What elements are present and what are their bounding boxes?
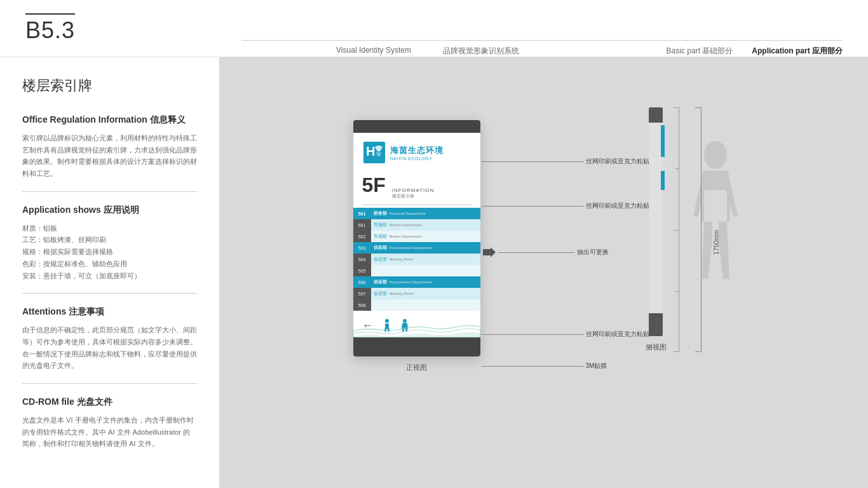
application-part: Application part 应用部分	[752, 46, 843, 57]
room-name-cn: 财务部	[371, 210, 390, 217]
room-name-cn: 供应部	[371, 245, 390, 251]
divider-1	[22, 191, 197, 192]
logo-cn: 海茵生态环境	[390, 145, 444, 156]
logo-icon: H	[363, 142, 385, 163]
room-number: 504	[353, 254, 371, 265]
side-sign-body	[649, 107, 663, 336]
divider-3	[22, 383, 197, 384]
arrow-right-icon	[483, 246, 496, 259]
nav-visual-identity: Visual Identity System	[336, 46, 411, 57]
annotation-text-3: 抽出可更换	[577, 248, 609, 257]
room-number: 507	[353, 288, 371, 299]
annotation-text-5: 3M贴膜	[586, 362, 607, 370]
basic-part: Basic part 基础部分	[667, 46, 733, 57]
section-info-heading: Office Regulation Information 信息释义	[22, 114, 197, 126]
floor-info: INFORMATION 楼层索引牌	[392, 187, 434, 200]
room-name-en: Meeting Room	[390, 292, 414, 295]
annotation-3: 抽出可更换	[483, 246, 609, 259]
room-number: 503	[353, 242, 371, 254]
room-name-en: Meeting Room	[390, 257, 414, 261]
section-info-text: 索引牌以品牌标识为核心元素，利用材料的特性与特殊工艺制作具有品牌视觉特征的索引牌…	[22, 132, 197, 180]
human-silhouette	[690, 139, 741, 330]
sign-icons-area: ←	[353, 311, 480, 337]
sign-logo-area: H 海茵生态环境 HAIYIN ECOLOGY	[353, 133, 480, 170]
room-number: 506	[353, 276, 371, 288]
annotation-text-1: 丝网印刷或亚克力粘贴	[586, 157, 649, 166]
section-app-heading: Application shows 应用说明	[22, 205, 197, 216]
main-content: 楼层索引牌 Office Regulation Information 信息释义…	[0, 57, 868, 488]
room-name-cn: 市场部	[371, 233, 390, 240]
logo-text: 海茵生态环境 HAIYIN ECOLOGY	[390, 145, 444, 161]
room-number: 502	[353, 231, 371, 242]
section-cdrom-text: 光盘文件是本 VI 手册电子文件的集合，内含手册制作时的专用软件格式文件。其中 …	[22, 414, 197, 450]
svg-marker-9	[483, 247, 496, 257]
section-attentions-text: 由于信息的不确定性，此页部分规范（如文字大小、间距等）可作为参考使用，具体可根据…	[22, 324, 197, 372]
annotation-4: 丝网印刷或亚克力粘贴	[482, 330, 649, 339]
room-number: 505	[353, 265, 371, 276]
annotation-text-4: 丝网印刷或亚克力粘贴	[586, 330, 649, 339]
divider-2	[22, 293, 197, 294]
ruler	[679, 107, 679, 352]
room-row: 504 会议室 Meeting Room	[353, 254, 480, 265]
section-cdrom-heading: CD-ROM file 光盘文件	[22, 396, 197, 408]
room-name-en: Procurement Department	[390, 280, 432, 284]
side-blue-accent-1	[661, 125, 665, 157]
right-panel: H 海茵生态环境 HAIYIN ECOLOGY 5F INF	[219, 57, 868, 488]
room-row: 503 供应部 Procurement Department	[353, 242, 480, 254]
topography-pattern	[353, 311, 480, 337]
room-name-cn: 会议室	[371, 256, 390, 262]
front-view: H 海茵生态环境 HAIYIN ECOLOGY 5F INF	[353, 120, 480, 372]
section-number: B5.3	[25, 13, 75, 44]
annotation-2: 丝网印刷或亚克力粘贴	[482, 201, 649, 210]
sign-floor: 5F INFORMATION 楼层索引牌	[353, 170, 480, 202]
annotation-1: 丝网印刷或亚克力粘贴	[482, 157, 649, 166]
svg-point-10	[704, 141, 727, 169]
section-app-text: 材质：铝板 工艺：铝板烤漆、丝网印刷 规格：根据实际需要选择规格 色彩：按规定标…	[22, 222, 197, 281]
sign-rooms: 501 财务部 Financial Department 501 市场部 Mar…	[353, 208, 480, 311]
room-name-en: Procurement Department	[390, 246, 432, 250]
sign-body: H 海茵生态环境 HAIYIN ECOLOGY 5F INF	[353, 120, 480, 356]
room-row: 501 市场部 Market Department	[353, 219, 480, 231]
header-left: B5.3	[25, 13, 241, 44]
room-name-en: Market Department	[390, 223, 422, 227]
header: B5.3 Visual Identity System 品牌视觉形象识别系统 B…	[0, 0, 868, 57]
annotation-text-2: 丝网印刷或亚克力粘贴	[586, 201, 649, 210]
room-number: 501	[353, 208, 371, 219]
side-blue-accent-2	[661, 171, 665, 190]
sign-top-bar	[353, 120, 480, 133]
floor-number: 5F	[362, 175, 386, 195]
room-row: 508	[353, 299, 480, 311]
sign-divider	[362, 205, 471, 205]
room-name-en: Financial Department	[390, 212, 426, 215]
annotation-5: 3M贴膜	[482, 362, 607, 370]
room-name-en: Market Department	[390, 234, 422, 238]
room-row: 502 市场部 Market Department	[353, 231, 480, 242]
sign-bottom-bar	[353, 337, 480, 356]
front-view-label: 正视图	[406, 363, 427, 372]
room-number: 501	[353, 219, 371, 231]
room-name-cn: 供应部	[371, 279, 390, 285]
left-panel: 楼层索引牌 Office Regulation Information 信息释义…	[0, 57, 219, 488]
side-view-label: 侧视图	[646, 342, 667, 352]
section-attentions-heading: Attentions 注意事项	[22, 306, 197, 318]
room-row: 501 财务部 Financial Department	[353, 208, 480, 219]
nav-brand-vi: 品牌视觉形象识别系统	[443, 46, 519, 57]
page-title: 楼层索引牌	[22, 76, 197, 95]
room-name-cn: 市场部	[371, 222, 390, 228]
room-row: 505	[353, 265, 480, 276]
logo-en: HAIYIN ECOLOGY	[390, 156, 444, 161]
side-view: 1750mm 侧视图	[646, 107, 667, 352]
side-top-bar	[649, 107, 663, 123]
floor-info-en: INFORMATION	[392, 187, 434, 193]
svg-text:H: H	[366, 144, 375, 158]
room-row: 507 会议室 Meeting Room	[353, 288, 480, 299]
floor-info-cn: 楼层索引牌	[392, 193, 434, 200]
room-name-cn: 会议室	[371, 290, 390, 297]
room-number: 508	[353, 299, 371, 311]
room-row: 506 供应部 Procurement Department	[353, 276, 480, 288]
side-bottom-bar	[649, 313, 663, 336]
